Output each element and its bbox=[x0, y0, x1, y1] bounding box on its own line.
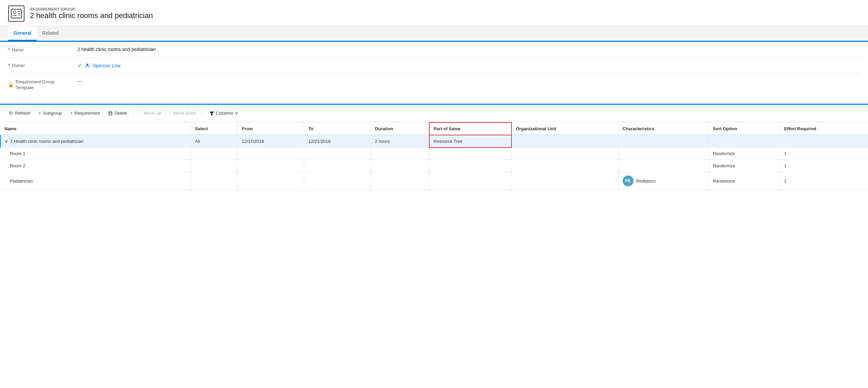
columns-chevron-icon: ∨ bbox=[235, 111, 238, 116]
col-header-to: To bbox=[304, 122, 371, 135]
row-expand: ∨ 2 Health clinic rooms and pediatrician bbox=[5, 139, 187, 144]
col-header-duration: Duration bbox=[371, 122, 429, 135]
cell-part-of-same bbox=[429, 148, 511, 160]
delete-button[interactable]: Delete bbox=[105, 108, 131, 118]
col-header-select: Select bbox=[191, 122, 238, 135]
cell-part-of-same: Resource Tree bbox=[429, 135, 511, 148]
move-down-button[interactable]: ↓ Move Down bbox=[166, 108, 200, 118]
name-label: * Name bbox=[8, 47, 69, 52]
cell-org-unit bbox=[511, 172, 619, 190]
col-header-effort-required: Effort Required bbox=[780, 122, 868, 135]
tab-general[interactable]: General bbox=[8, 26, 37, 41]
cell-select bbox=[191, 160, 238, 172]
toolbar-separator-2 bbox=[203, 110, 203, 117]
table-header-row: Name Select From To Duration Part of Sam… bbox=[0, 122, 868, 135]
page-title: 2 health clinic rooms and pediatrician bbox=[30, 11, 153, 20]
subgroup-plus-icon: + bbox=[39, 111, 41, 116]
table-row[interactable]: Room 2 Randomize 1 bbox=[0, 160, 868, 172]
cell-to bbox=[304, 172, 371, 190]
columns-button[interactable]: Columns ∨ bbox=[206, 108, 242, 118]
delete-icon bbox=[108, 111, 113, 116]
required-star: * bbox=[8, 47, 10, 52]
entity-type-label: REQUIREMENT GROUP bbox=[30, 7, 153, 11]
cell-effort-required: 1 bbox=[780, 160, 868, 172]
cell-from bbox=[238, 172, 304, 190]
required-star-owner: * bbox=[8, 63, 10, 68]
svg-point-6 bbox=[86, 64, 88, 66]
svg-rect-8 bbox=[109, 111, 111, 112]
cell-part-of-same bbox=[429, 172, 511, 190]
cell-from bbox=[238, 160, 304, 172]
cell-org-unit bbox=[511, 160, 619, 172]
header-text: REQUIREMENT GROUP 2 health clinic rooms … bbox=[30, 7, 153, 20]
cell-characteristics bbox=[618, 160, 709, 172]
svg-rect-9 bbox=[109, 112, 112, 115]
cell-name: Room 2 bbox=[0, 160, 191, 172]
table-row[interactable]: ∨ 2 Health clinic rooms and pediatrician… bbox=[0, 135, 868, 148]
data-table: Name Select From To Duration Part of Sam… bbox=[0, 122, 868, 190]
cell-characteristics bbox=[618, 135, 709, 148]
template-value: --- bbox=[77, 79, 860, 84]
page-header: REQUIREMENT GROUP 2 health clinic rooms … bbox=[0, 0, 868, 26]
cell-sort-option bbox=[709, 135, 780, 148]
field-row-template: 🔒 Requirement Group Template --- bbox=[8, 74, 860, 96]
cell-name: Room 1 bbox=[0, 148, 191, 160]
cell-select: All bbox=[191, 135, 238, 148]
cell-effort-required bbox=[780, 135, 868, 148]
cell-effort-required: 1 bbox=[780, 172, 868, 190]
cell-select bbox=[191, 172, 238, 190]
lock-icon: 🔒 bbox=[8, 82, 14, 87]
owner-link[interactable]: Spencer Low bbox=[93, 63, 121, 68]
cell-effort-required: 1 bbox=[780, 148, 868, 160]
svg-point-1 bbox=[13, 11, 16, 14]
characteristics-cell: PE Pediatrics bbox=[623, 175, 705, 186]
cell-duration bbox=[371, 148, 429, 160]
move-up-icon: ↑ bbox=[140, 111, 142, 116]
cell-to bbox=[304, 160, 371, 172]
field-row-owner: * Owner ✓ Spencer Low bbox=[8, 57, 860, 74]
name-value: 2 health clinic rooms and pediatrician bbox=[77, 47, 860, 52]
cell-characteristics bbox=[618, 148, 709, 160]
cell-org-unit bbox=[511, 135, 619, 148]
grid-section: ↻ Refresh + Subgroup + Requirement Delet… bbox=[0, 104, 868, 190]
cell-sort-option: Randomize bbox=[709, 160, 780, 172]
svg-marker-12 bbox=[209, 112, 214, 115]
cell-duration: 2 hours bbox=[371, 135, 429, 148]
move-down-icon: ↓ bbox=[170, 111, 172, 116]
owner-value: ✓ Spencer Low bbox=[77, 62, 860, 69]
refresh-button[interactable]: ↻ Refresh bbox=[5, 108, 34, 118]
cell-sort-option: Randomize bbox=[709, 148, 780, 160]
person-icon bbox=[85, 63, 90, 68]
col-header-characteristics: Characteristics bbox=[618, 122, 709, 135]
toolbar-separator bbox=[133, 110, 134, 117]
cell-sort-option: Randomize bbox=[709, 172, 780, 190]
cell-characteristics: PE Pediatrics bbox=[618, 172, 709, 190]
cell-duration bbox=[371, 160, 429, 172]
col-header-sort-option: Sort Option bbox=[709, 122, 780, 135]
table-row[interactable]: Pediatrician PE Pediatrics Randomize 1 bbox=[0, 172, 868, 190]
cell-name: Pediatrician bbox=[0, 172, 191, 190]
owner-label: * Owner bbox=[8, 62, 69, 68]
expand-icon: ∨ bbox=[5, 139, 8, 144]
refresh-icon: ↻ bbox=[9, 110, 13, 116]
tab-related[interactable]: Related bbox=[37, 26, 64, 41]
cell-to: 12/21/2018 bbox=[304, 135, 371, 148]
grid-toolbar: ↻ Refresh + Subgroup + Requirement Delet… bbox=[0, 105, 868, 122]
owner-status-icon: ✓ bbox=[77, 62, 82, 69]
col-header-name: Name bbox=[0, 122, 191, 135]
tab-bar: General Related bbox=[0, 26, 868, 41]
move-up-button[interactable]: ↑ Move Up bbox=[136, 108, 165, 118]
cell-from: 12/17/2018 bbox=[238, 135, 304, 148]
cell-from bbox=[238, 148, 304, 160]
cell-select bbox=[191, 148, 238, 160]
table-row[interactable]: Room 1 Randomize 1 bbox=[0, 148, 868, 160]
subgroup-button[interactable]: + Subgroup bbox=[35, 108, 66, 118]
requirement-button[interactable]: + Requirement bbox=[67, 108, 103, 118]
col-header-from: From bbox=[238, 122, 304, 135]
requirement-plus-icon: + bbox=[70, 111, 73, 116]
svg-rect-0 bbox=[11, 9, 21, 18]
cell-part-of-same bbox=[429, 160, 511, 172]
field-row-name: * Name 2 health clinic rooms and pediatr… bbox=[8, 42, 860, 57]
cell-name: ∨ 2 Health clinic rooms and pediatrician bbox=[0, 135, 191, 148]
col-header-part-of-same: Part of Same bbox=[429, 122, 511, 135]
